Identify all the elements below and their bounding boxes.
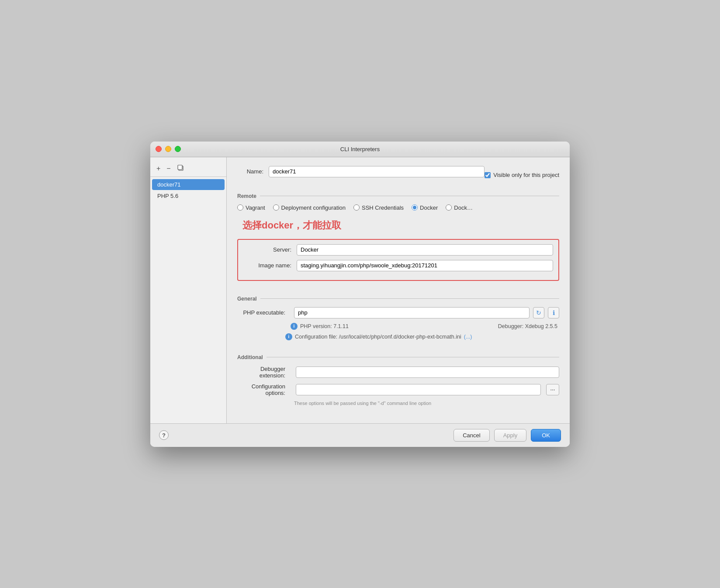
cli-interpreters-window: CLI Interpreters + − docker71 (150, 142, 570, 447)
remote-section: Remote Vagrant Deployment configuration … (237, 191, 559, 285)
sidebar-item-docker71[interactable]: docker71 (152, 179, 225, 190)
minimize-button[interactable] (165, 146, 171, 152)
radio-group: Vagrant Deployment configuration SSH Cre… (237, 204, 559, 232)
php-exe-input[interactable] (294, 307, 530, 318)
vagrant-label: Vagrant (246, 204, 265, 211)
copy-interpreter-button[interactable] (175, 163, 186, 174)
config-options-row: Configuration options: ··· (237, 383, 559, 396)
apply-button[interactable]: Apply (494, 429, 527, 442)
config-file-text: Configuration file: /usr/local/etc/php/c… (295, 334, 461, 340)
name-label: Name: (237, 168, 263, 175)
image-name-row: Image name: (238, 260, 558, 271)
help-button[interactable]: ? (159, 430, 169, 440)
config-options-browse-button[interactable]: ··· (546, 384, 559, 395)
debugger-ext-label: Debugger extension: (237, 366, 285, 379)
docker-fields-highlight: Server: Image name: (237, 239, 559, 281)
name-section: Name: Visible only for this project (237, 166, 559, 184)
visible-checkbox[interactable] (485, 172, 491, 178)
close-button[interactable] (156, 146, 162, 152)
remove-interpreter-button[interactable]: − (165, 164, 172, 173)
php-version-info-icon: i (291, 323, 298, 330)
config-file-row: i Configuration file: /usr/local/etc/php… (237, 333, 559, 340)
info-button[interactable]: ℹ (548, 307, 559, 318)
sidebar: + − docker71 PHP 5.6 (150, 157, 227, 423)
config-file-link[interactable]: (...) (464, 334, 472, 340)
add-interpreter-button[interactable]: + (155, 164, 162, 173)
server-row: Server: (238, 244, 558, 256)
config-file-info-icon: i (285, 333, 292, 340)
general-section: General PHP executable: ↻ ℹ i PHP versio… (237, 294, 559, 344)
ssh-label: SSH Credentials (362, 204, 404, 211)
sidebar-item-php56[interactable]: PHP 5.6 (152, 190, 225, 201)
image-name-label: Image name: (243, 262, 291, 269)
remote-section-header: Remote (237, 193, 559, 199)
chinese-annotation: 选择docker，才能拉取 (242, 219, 341, 232)
radio-vagrant[interactable]: Vagrant (237, 204, 265, 211)
radio-deployment[interactable]: Deployment configuration (273, 204, 346, 211)
server-label: Server: (243, 246, 291, 253)
maximize-button[interactable] (175, 146, 181, 152)
radio-docker[interactable]: Docker (412, 204, 438, 211)
general-section-header: General (237, 296, 559, 302)
docker-label: Docker (420, 204, 438, 211)
ok-button[interactable]: OK (531, 429, 561, 442)
php-version-text: PHP version: 7.1.11 (300, 323, 349, 329)
sidebar-toolbar: + − (150, 161, 226, 177)
deployment-label: Deployment configuration (281, 204, 346, 211)
radio-ssh[interactable]: SSH Credentials (353, 204, 404, 211)
image-name-input[interactable] (297, 260, 553, 271)
additional-section-header: Additional (237, 354, 559, 360)
interpreter-list: docker71 PHP 5.6 (150, 177, 226, 420)
svg-rect-1 (178, 165, 182, 169)
php-exe-label: PHP executable: (237, 309, 285, 316)
cancel-button[interactable]: Cancel (453, 429, 489, 442)
title-bar: CLI Interpreters (150, 142, 570, 157)
docker-compose-label: Dock… (454, 204, 473, 211)
config-hint: These options will be passed using the "… (237, 401, 559, 406)
visible-checkbox-row: Visible only for this project (485, 172, 559, 178)
header-right: Visible only for this project (485, 172, 559, 178)
server-input[interactable] (297, 244, 553, 256)
config-options-label: Configuration options: (237, 383, 285, 396)
bottom-actions: Cancel Apply OK (453, 429, 561, 442)
radio-docker-compose[interactable]: Dock… (446, 204, 473, 211)
debugger-ext-row: Debugger extension: (237, 366, 559, 379)
detail-panel: Name: Visible only for this project Remo… (227, 157, 570, 423)
window-title: CLI Interpreters (340, 146, 380, 152)
debugger-text: Debugger: Xdebug 2.5.5 (498, 323, 557, 329)
additional-section: Additional Debugger extension: Configura… (237, 353, 559, 406)
traffic-lights (156, 146, 181, 152)
main-content: + − docker71 PHP 5.6 (150, 157, 570, 423)
config-options-input[interactable] (296, 384, 541, 395)
name-input[interactable] (269, 166, 485, 177)
visible-checkbox-label: Visible only for this project (493, 172, 559, 178)
php-version-row: i PHP version: 7.1.11 Debugger: Xdebug 2… (237, 323, 559, 330)
refresh-button[interactable]: ↻ (533, 307, 544, 318)
php-exe-row: PHP executable: ↻ ℹ (237, 307, 559, 318)
debugger-ext-input[interactable] (296, 367, 559, 378)
bottom-bar: ? Cancel Apply OK (150, 423, 570, 447)
